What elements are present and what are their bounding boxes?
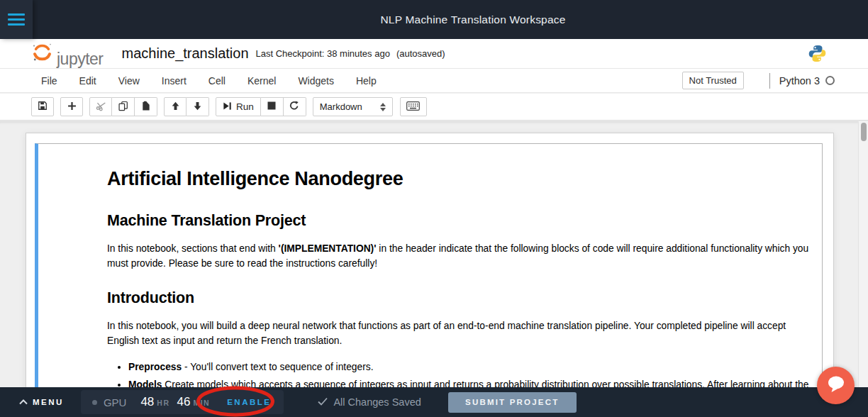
keyboard-icon <box>406 101 420 113</box>
menu-insert[interactable]: Insert <box>162 75 187 87</box>
add-cell-group <box>60 97 83 116</box>
scissors-icon <box>96 101 106 113</box>
clipboard-group <box>89 97 157 116</box>
stop-icon <box>267 101 276 112</box>
chat-support-button[interactable] <box>817 367 855 404</box>
save-button[interactable] <box>31 97 54 116</box>
move-cell-up-button[interactable] <box>164 97 187 116</box>
jupyter-logo[interactable]: jupyter <box>31 41 104 66</box>
checkpoint-status: Last Checkpoint: 38 minutes ago <box>256 48 390 59</box>
workspace-menu-label: MENU <box>33 398 64 406</box>
cut-cell-button[interactable] <box>89 97 112 116</box>
notebook-h2-intro: Introduction <box>107 287 812 310</box>
menu-edit[interactable]: Edit <box>79 75 96 87</box>
keyboard-group <box>400 97 427 116</box>
kernel-idle-icon <box>825 76 835 85</box>
markdown-rendered: Artificial Intelligence Nanodegree Machi… <box>38 144 822 417</box>
menu-help[interactable]: Help <box>356 75 377 87</box>
para1-bold: '(IMPLEMENTATION)' <box>279 243 377 254</box>
jupyter-header: jupyter machine_translation Last Checkpo… <box>0 39 868 69</box>
notebook-para1: In this notebook, sections that end with… <box>107 242 812 271</box>
dropdown-down-arrow <box>380 108 386 111</box>
interrupt-kernel-button[interactable] <box>261 97 284 116</box>
notebook-toolbar: Run Markdown <box>0 94 868 121</box>
gpu-time-panel: GPU 48 HR 46 MIN ENABLE <box>81 390 284 414</box>
autosave-status: (autosaved) <box>396 48 445 59</box>
dropdown-up-arrow <box>380 103 386 106</box>
workspace-menu-button[interactable]: MENU <box>19 398 64 406</box>
para1-pre: In this notebook, sections that end with <box>107 243 279 254</box>
menu-view[interactable]: View <box>118 75 140 87</box>
run-cell-button[interactable]: Run <box>216 97 261 116</box>
paste-cell-button[interactable] <box>135 97 157 116</box>
menubar-right: Not Trusted Python 3 <box>682 72 835 89</box>
dropdown-arrows-icon <box>380 103 386 111</box>
gpu-minutes-value: 46 <box>177 395 190 409</box>
move-group <box>164 97 209 116</box>
scrollbar-thumb[interactable] <box>861 123 867 141</box>
copy-icon <box>118 101 128 113</box>
notebook-menubar: File Edit View Insert Cell Kernel Widget… <box>0 69 868 93</box>
workspace-bottombar: MENU GPU 48 HR 46 MIN ENABLE All Changes… <box>0 387 868 417</box>
gpu-status-dot-icon <box>92 400 97 405</box>
paste-icon <box>140 101 151 113</box>
not-trusted-button[interactable]: Not Trusted <box>682 72 744 89</box>
check-icon <box>318 396 328 408</box>
run-label: Run <box>236 101 254 112</box>
hamburger-bar <box>8 18 25 21</box>
gpu-hours-value: 48 <box>140 395 154 409</box>
jupyter-logo-text: jupyter <box>57 51 104 67</box>
notebook-h2-project: Machine Translation Project <box>107 210 812 233</box>
kernel-divider <box>769 73 770 89</box>
save-group <box>31 97 54 116</box>
plus-icon <box>67 101 77 113</box>
bullet-preprocess: Preprocess - You'll convert text to sequ… <box>128 360 812 374</box>
jupyter-logo-icon <box>31 41 53 66</box>
chevron-up-icon <box>19 398 28 406</box>
notebook-para2: In this notebook, you will build a deep … <box>107 319 812 348</box>
gpu-enable-button[interactable]: ENABLE <box>227 398 271 406</box>
gpu-label: GPU <box>104 396 127 408</box>
hamburger-bar <box>8 23 25 26</box>
save-status: All Changes Saved <box>318 396 421 408</box>
menu-file[interactable]: File <box>41 75 57 87</box>
restart-kernel-button[interactable] <box>284 97 306 116</box>
chat-bubble-icon <box>826 375 845 396</box>
notebook-page: Artificial Intelligence Nanodegree Machi… <box>26 133 834 417</box>
cell-type-dropdown[interactable]: Markdown <box>313 97 393 116</box>
notebook-title[interactable]: machine_translation <box>122 45 249 62</box>
move-cell-down-button[interactable] <box>187 97 209 116</box>
restart-icon <box>289 101 299 113</box>
selected-markdown-cell[interactable]: Artificial Intelligence Nanodegree Machi… <box>35 143 823 417</box>
notebook-scroll-area: Artificial Intelligence Nanodegree Machi… <box>0 121 868 417</box>
menu-kernel[interactable]: Kernel <box>247 75 276 87</box>
hamburger-icon <box>8 13 25 26</box>
scrollbar-track <box>858 121 868 417</box>
kernel-name: Python 3 <box>779 75 820 87</box>
save-icon <box>38 101 48 113</box>
run-icon <box>223 101 232 113</box>
arrow-down-icon <box>193 101 202 113</box>
gpu-hours-unit: HR <box>157 399 169 407</box>
gpu-minutes-unit: MIN <box>193 399 210 407</box>
copy-cell-button[interactable] <box>112 97 135 116</box>
bullet-preprocess-bold: Preprocess <box>128 362 182 372</box>
menu-cell[interactable]: Cell <box>208 75 226 87</box>
submit-project-button[interactable]: SUBMIT PROJECT <box>448 392 577 413</box>
hamburger-bar <box>8 13 25 16</box>
arrow-up-icon <box>171 101 180 113</box>
menu-widgets[interactable]: Widgets <box>298 75 334 87</box>
save-status-label: All Changes Saved <box>333 396 421 408</box>
sidebar-menu-toggle[interactable] <box>0 0 33 39</box>
workspace-topbar: NLP Machine Translation Workspace <box>0 0 868 39</box>
notebook-h1: Artificial Intelligence Nanodegree <box>107 165 812 194</box>
run-group: Run <box>216 97 306 116</box>
workspace-screen: NLP Machine Translation Workspace jupyte… <box>0 0 868 417</box>
add-cell-button[interactable] <box>60 97 83 116</box>
python-logo-icon <box>808 44 827 63</box>
cell-type-value: Markdown <box>320 101 362 112</box>
bullet-preprocess-text: - You'll convert text to sequence of int… <box>182 362 373 372</box>
command-palette-button[interactable] <box>400 97 427 116</box>
workspace-title: NLP Machine Translation Workspace <box>78 13 868 26</box>
